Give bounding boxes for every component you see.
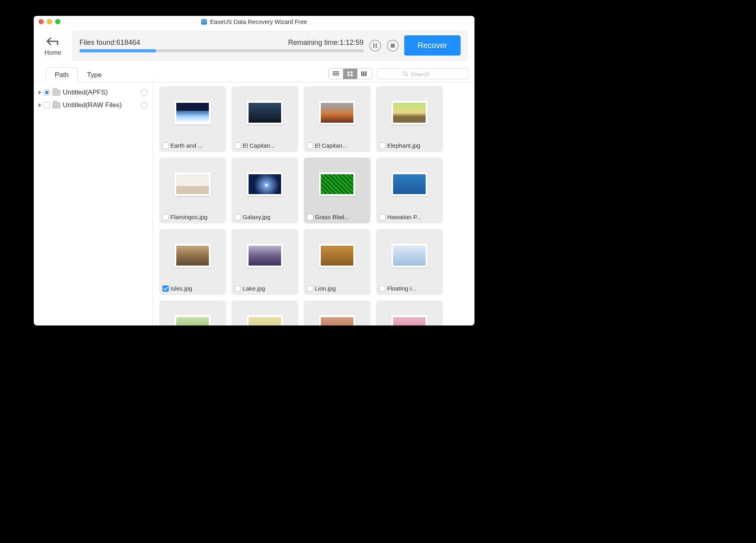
thumbnail-wrap bbox=[159, 158, 226, 210]
loading-icon bbox=[141, 89, 148, 96]
loading-icon bbox=[141, 102, 148, 109]
file-card[interactable]: Flamingos.jpg bbox=[159, 158, 226, 223]
thumbnail-wrap bbox=[376, 229, 443, 282]
file-footer: Lion.jpg bbox=[304, 282, 370, 295]
tab-type[interactable]: Type bbox=[78, 67, 111, 82]
thumbnail bbox=[391, 172, 428, 196]
file-name: Lake.jpg bbox=[243, 285, 265, 292]
tree-item[interactable]: Untitled(RAW Files) bbox=[37, 99, 149, 112]
file-card[interactable] bbox=[304, 300, 370, 325]
file-checkbox[interactable] bbox=[235, 285, 241, 292]
sidebar: Untitled(APFS)Untitled(RAW Files) bbox=[34, 82, 153, 325]
file-checkbox[interactable] bbox=[162, 214, 169, 220]
svg-rect-6 bbox=[365, 71, 366, 76]
thumbnail bbox=[391, 101, 428, 125]
file-checkbox[interactable] bbox=[162, 285, 169, 292]
recover-button[interactable]: Recover bbox=[404, 35, 461, 56]
thumbnail bbox=[319, 101, 355, 125]
file-card[interactable]: Lake.jpg bbox=[231, 229, 298, 295]
svg-rect-2 bbox=[347, 74, 349, 76]
body: Untitled(APFS)Untitled(RAW Files) Earth … bbox=[34, 82, 474, 325]
file-footer: Grass Blad... bbox=[304, 210, 370, 223]
file-card[interactable]: Isles.jpg bbox=[159, 229, 226, 295]
view-list-button[interactable] bbox=[329, 69, 343, 79]
stop-button[interactable] bbox=[387, 40, 399, 52]
stop-icon bbox=[391, 44, 395, 48]
thumbnail bbox=[247, 172, 283, 196]
file-card[interactable]: Floating I... bbox=[376, 229, 443, 295]
file-checkbox[interactable] bbox=[235, 214, 241, 220]
disclosure-icon[interactable] bbox=[39, 103, 41, 107]
file-card[interactable] bbox=[159, 300, 226, 325]
file-footer: Isles.jpg bbox=[159, 282, 226, 295]
tree-item[interactable]: Untitled(APFS) bbox=[37, 86, 149, 99]
file-checkbox[interactable] bbox=[379, 214, 386, 220]
file-footer: Earth and ... bbox=[159, 139, 226, 152]
file-checkbox[interactable] bbox=[162, 142, 169, 149]
tree-checkbox[interactable] bbox=[44, 89, 50, 96]
tab-path[interactable]: Path bbox=[46, 67, 78, 82]
file-card[interactable]: Hawaiian P... bbox=[376, 158, 443, 223]
file-checkbox[interactable] bbox=[379, 142, 386, 149]
file-checkbox[interactable] bbox=[235, 142, 241, 149]
search-input[interactable] bbox=[411, 71, 442, 77]
search-box[interactable] bbox=[377, 68, 468, 79]
file-name: El Capitan... bbox=[243, 142, 275, 149]
file-name: Elephant.jpg bbox=[387, 142, 420, 149]
file-checkbox[interactable] bbox=[307, 285, 313, 292]
file-name: Grass Blad... bbox=[315, 214, 349, 220]
view-switch bbox=[328, 68, 372, 79]
search-icon bbox=[403, 71, 408, 77]
titlebar: EaseUS Data Recovery Wizard Free bbox=[34, 16, 474, 27]
window-close-button[interactable] bbox=[39, 19, 44, 24]
grid-area[interactable]: Earth and ...El Capitan...El Capitan...E… bbox=[153, 82, 474, 325]
tree-checkbox[interactable] bbox=[44, 102, 50, 108]
file-footer: Floating I... bbox=[376, 282, 443, 295]
window-title: EaseUS Data Recovery Wizard Free bbox=[34, 18, 474, 25]
progress-bar bbox=[79, 49, 364, 52]
svg-rect-0 bbox=[347, 71, 349, 73]
thumbnail bbox=[247, 244, 283, 268]
file-card[interactable] bbox=[376, 300, 443, 325]
file-footer: Lake.jpg bbox=[231, 282, 298, 295]
file-name: Flamingos.jpg bbox=[170, 214, 207, 220]
file-card[interactable]: El Capitan... bbox=[231, 86, 298, 152]
file-card[interactable]: Elephant.jpg bbox=[376, 86, 443, 152]
file-footer: El Capitan... bbox=[304, 139, 370, 152]
thumbnail-wrap bbox=[304, 158, 370, 210]
thumbnail-wrap bbox=[231, 158, 298, 210]
back-icon bbox=[45, 36, 61, 47]
thumbnail-wrap bbox=[159, 229, 226, 282]
file-card[interactable]: Earth and ... bbox=[159, 86, 226, 152]
home-button[interactable]: Home bbox=[41, 36, 65, 56]
svg-rect-1 bbox=[351, 71, 353, 73]
folder-icon bbox=[52, 90, 60, 96]
thumbnail bbox=[391, 315, 428, 325]
view-columns-button[interactable] bbox=[357, 69, 372, 79]
view-grid-button[interactable] bbox=[343, 69, 357, 79]
progress-texts: Files found:618464 Remaining time:1:12:5… bbox=[79, 39, 364, 47]
thumbnail bbox=[174, 244, 211, 268]
window-maximize-button[interactable] bbox=[55, 19, 60, 24]
file-card[interactable]: Galaxy.jpg bbox=[231, 158, 298, 223]
window-minimize-button[interactable] bbox=[47, 19, 52, 24]
file-card[interactable]: El Capitan... bbox=[304, 86, 370, 152]
thumbnail-wrap bbox=[376, 86, 443, 139]
file-checkbox[interactable] bbox=[307, 214, 313, 220]
disclosure-icon[interactable] bbox=[39, 90, 41, 94]
file-footer: El Capitan... bbox=[231, 139, 298, 152]
home-label: Home bbox=[44, 49, 62, 56]
file-name: El Capitan... bbox=[315, 142, 347, 149]
file-card[interactable] bbox=[231, 300, 298, 325]
svg-line-8 bbox=[407, 75, 408, 76]
progress-panel: Files found:618464 Remaining time:1:12:5… bbox=[73, 31, 467, 61]
progress-fill bbox=[79, 49, 156, 52]
file-card[interactable]: Grass Blad... bbox=[304, 158, 370, 223]
window-title-text: EaseUS Data Recovery Wizard Free bbox=[210, 18, 307, 25]
file-footer: Hawaiian P... bbox=[376, 210, 443, 223]
file-checkbox[interactable] bbox=[307, 142, 313, 149]
pause-button[interactable] bbox=[369, 40, 381, 52]
file-card[interactable]: Lion.jpg bbox=[304, 229, 370, 295]
header: Home Files found:618464 Remaining time:1… bbox=[34, 27, 474, 66]
file-checkbox[interactable] bbox=[379, 285, 386, 292]
